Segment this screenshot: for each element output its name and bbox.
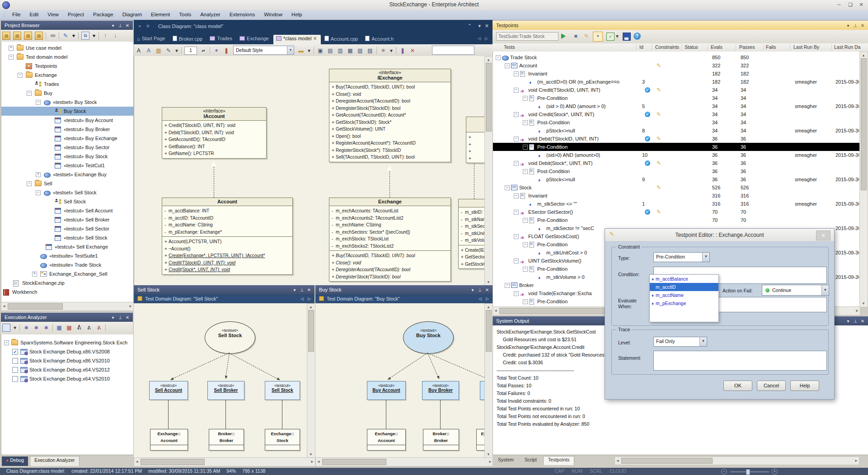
doc-tab-start-page[interactable]: ⌂Start Page <box>134 35 169 45</box>
tree-item[interactable]: StockExchange.zip <box>1 278 133 287</box>
dropdown-icon[interactable]: ▼ <box>287 46 294 54</box>
doc-tab-trades[interactable]: Trades <box>207 35 236 45</box>
expander-icon[interactable]: − <box>514 88 519 93</box>
sell-stock-titlebar[interactable]: Sell Stock ▾⊥✕ <box>134 285 314 294</box>
tree-item[interactable]: «testcut» Buy Exchange <box>1 134 133 143</box>
nav-right-icon[interactable]: ▷ <box>486 294 489 303</box>
statement-input[interactable] <box>653 351 827 371</box>
menu-analyzer[interactable]: Analyzer <box>196 10 225 17</box>
cancel-build-icon[interactable]: ▦ <box>66 324 73 331</box>
expander-icon[interactable]: − <box>514 259 519 263</box>
tree-item[interactable]: «testcut» Buy Sector <box>1 143 133 152</box>
testpoint-row[interactable]: ♦m_stkSector <> ""1316316smeagher2015-09… <box>493 200 860 208</box>
testpoint-row[interactable]: ♦(sid > 0) AND (amount > 0)53434smeagher… <box>493 102 860 110</box>
buy-vscrollbar[interactable]: ▲▼ <box>484 303 493 458</box>
menu-extensions[interactable]: Extensions <box>225 10 259 17</box>
menu-file[interactable]: File <box>8 10 25 17</box>
expander-icon[interactable]: + <box>36 172 41 177</box>
tree-item[interactable]: −Exchange <box>1 71 133 80</box>
expander-icon[interactable]: − <box>4 340 9 345</box>
expander-icon[interactable]: − <box>523 120 528 125</box>
testpoint-row[interactable]: −Invariant316316 <box>493 192 860 200</box>
uml-class-IAccount[interactable]: «interface»IAccount+Credit(TStockID, UIN… <box>162 107 267 159</box>
uml-class-Account[interactable]: Account-m_acctBalance: INT-m_acctID: TAc… <box>162 198 293 275</box>
new-package-icon[interactable]: ▤ <box>2 32 10 40</box>
testpoint-row[interactable]: −Pre-Condition7070 <box>493 216 860 224</box>
align-left-icon[interactable]: ▣ <box>317 47 324 54</box>
expander-icon[interactable]: − <box>523 145 528 150</box>
zoom-slider[interactable] <box>746 469 750 475</box>
expander-icon[interactable]: − <box>523 169 528 174</box>
new-config-icon[interactable]: ✱ <box>23 324 30 331</box>
wand-icon[interactable]: ✦ <box>213 47 220 54</box>
move-up-icon[interactable]: ↑ <box>102 32 109 39</box>
testpoint-row[interactable]: −≡♦void Debit(Stock*, UINT, INT)✓✎3636 <box>493 159 860 167</box>
class-diagram-canvas[interactable]: «interface»IAccount+Credit(TStockID, UIN… <box>134 56 485 285</box>
testpoints-column-header[interactable]: TestsIdConstraintsStatusEvalsPassesFails… <box>493 43 868 52</box>
menu-tools[interactable]: Tools <box>174 10 196 17</box>
doc-tab--class-model[interactable]: *class model ✕ <box>273 35 321 45</box>
column-header-last-run-da[interactable]: Last Run Da <box>834 44 860 50</box>
tree-item[interactable]: +Exchange_Exchange_Sell <box>1 269 133 278</box>
testpoint-row[interactable]: ♦pStock<>null83434smeagher2015-09-30 <box>493 127 860 135</box>
canvas-vscrollbar[interactable]: ▲▼ <box>484 56 493 286</box>
tree-item[interactable]: «testcut» Buy Stock <box>1 152 133 161</box>
buy-hscrollbar[interactable]: ◄► <box>315 457 493 466</box>
nav-left-icon[interactable]: ◁ <box>300 294 304 303</box>
expander-icon[interactable]: − <box>505 185 510 190</box>
dropdown-icon[interactable]: ▾ <box>175 47 178 54</box>
popup-item[interactable]: ♦m_acctBalance <box>650 275 718 283</box>
config-checkbox[interactable]: ✓ <box>12 349 18 355</box>
column-header-evals[interactable]: Evals <box>711 44 723 50</box>
column-header-status[interactable]: Status <box>685 44 698 50</box>
import-config-icon[interactable]: ✱ <box>33 324 40 331</box>
save-icon[interactable] <box>623 33 631 41</box>
testpoint-row[interactable]: ♦pStock<>null93636smeagher2015-09-30 <box>493 175 860 183</box>
execution-analyzer-titlebar[interactable]: Execution Analyzer ▾⊥✕ <box>1 313 133 322</box>
column-header-constraints[interactable]: Constraints <box>655 44 679 50</box>
project-browser-titlebar[interactable]: Project Browser ▾⊥✕ <box>1 21 133 30</box>
output-tab-testpoints[interactable]: Testpoints <box>543 456 574 465</box>
brush2-icon[interactable]: ❚ <box>399 47 406 54</box>
expander-icon[interactable]: − <box>523 218 528 223</box>
uml-class-partial-2[interactable]: ++++ <box>466 117 485 163</box>
testpoint-row[interactable]: −Pre-Condition3434 <box>493 94 860 102</box>
tab-scroll-left-icon[interactable]: ◁ <box>478 36 481 41</box>
tree-item[interactable]: «testcut» Buy Account <box>1 116 133 125</box>
expander-icon[interactable]: − <box>496 55 501 60</box>
space-horz-icon[interactable]: ▧ <box>357 47 364 54</box>
help-icon[interactable]: ? <box>633 33 641 40</box>
new-package-icon[interactable]: ▤ <box>35 32 43 40</box>
sell-object-box[interactable]: Exchange::Stock <box>265 429 300 451</box>
buy-testset-ellipse[interactable]: «testset»Buy Stock <box>403 321 454 354</box>
menu-diagram[interactable]: Diagram <box>118 10 146 17</box>
ok-button[interactable]: OK <box>723 381 752 391</box>
pin-icon[interactable]: ⊥ <box>117 313 124 322</box>
sell-vscrollbar[interactable]: ▲▼ <box>307 303 315 458</box>
analyzer-config-item[interactable]: Stock Exchange.Debug.x64.VS2012 <box>1 365 133 374</box>
dropdown-icon[interactable]: ▾ <box>92 32 96 39</box>
expander-icon[interactable]: − <box>514 210 519 215</box>
menu-package[interactable]: Package <box>89 10 118 17</box>
tree-item[interactable]: +Use case model <box>1 43 133 52</box>
buy-object-box[interactable]: Exchange::Account <box>367 429 406 451</box>
brush-icon[interactable]: ❚ <box>223 47 230 54</box>
buy-object-box[interactable]: Broker::Broker <box>423 429 459 451</box>
expander-icon[interactable]: − <box>514 71 519 76</box>
pin-icon[interactable]: ⊥ <box>117 21 124 30</box>
paint-roller-icon[interactable]: ▬ <box>297 47 305 54</box>
new-package-icon[interactable]: ▤ <box>24 32 32 40</box>
dropdown-icon[interactable]: ▾ <box>845 21 852 30</box>
expander-icon[interactable]: − <box>505 283 510 288</box>
sell-testset-ellipse[interactable]: «testset»Sell Stock <box>205 321 255 354</box>
tree-item[interactable]: «testcut» Sell Broker <box>1 215 133 224</box>
tree-item[interactable]: «testsuite» Trade Stock <box>1 260 133 269</box>
align-top-icon[interactable]: ▤ <box>327 47 334 54</box>
column-header-fails[interactable]: Fails <box>766 44 776 50</box>
tree-item[interactable]: −Sell <box>1 179 133 188</box>
suite-field[interactable]: TestSuite:Trade Stock <box>496 32 558 41</box>
expander-icon[interactable]: − <box>523 267 528 272</box>
nav-left-icon[interactable]: ◁ <box>479 294 482 303</box>
bottom-tab-debug[interactable]: ● Debug <box>2 456 28 466</box>
font-color-icon[interactable]: A <box>145 47 152 54</box>
